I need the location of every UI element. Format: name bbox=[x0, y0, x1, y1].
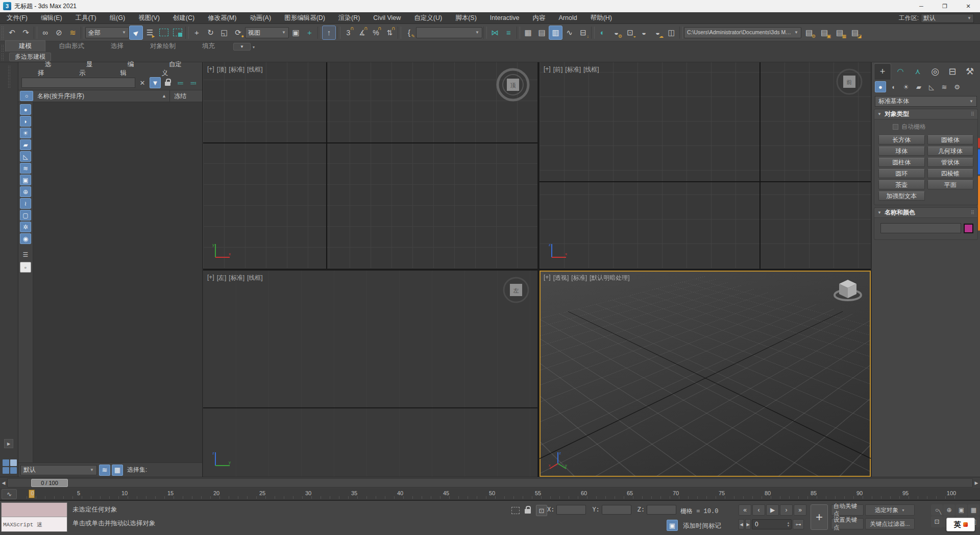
viewcube-left[interactable]: 左 bbox=[501, 275, 531, 305]
expand-tree-icon[interactable]: ≔ bbox=[175, 77, 186, 88]
explorer-menu-item[interactable]: 自定义 bbox=[155, 60, 202, 78]
z-field[interactable] bbox=[647, 505, 676, 515]
layer-explorer-toggle-icon[interactable]: ▤ bbox=[535, 26, 549, 40]
render-cloud-icon[interactable]: ◒☁ bbox=[651, 26, 665, 40]
subtab-shapes-icon[interactable]: ◖ bbox=[888, 81, 899, 92]
frame-spinner[interactable]: ▲▼ bbox=[786, 521, 791, 527]
autogrid-checkbox[interactable] bbox=[893, 124, 898, 130]
scene-explorer-dock-icon[interactable] bbox=[3, 459, 17, 474]
menu-item[interactable]: 图形编辑器(D) bbox=[278, 12, 332, 23]
auto-key-button[interactable]: 自动关键点 bbox=[831, 504, 864, 516]
primitive-button[interactable]: 圆锥体 bbox=[927, 135, 974, 144]
curve-editor-icon[interactable]: ∿ bbox=[562, 26, 576, 40]
bind-spacewarp-icon[interactable]: ≋ bbox=[66, 26, 80, 40]
goto-start-button[interactable]: « bbox=[739, 504, 751, 516]
menu-item[interactable]: 编辑(E) bbox=[34, 12, 69, 23]
viewport-label-part[interactable]: [线框] bbox=[247, 274, 263, 282]
time-slider-handle[interactable]: 0 / 100 bbox=[31, 479, 68, 487]
schematic-view-icon[interactable]: ⊟↓ bbox=[576, 26, 590, 40]
mirror-icon[interactable]: ⋈ bbox=[488, 26, 502, 40]
use-pivot-center-icon[interactable]: ▣ bbox=[289, 26, 303, 40]
zoom-region-icon[interactable]: ⊡ bbox=[931, 516, 943, 527]
name-column-header[interactable]: 名称(按升序排序) bbox=[33, 92, 162, 101]
menu-item[interactable]: 修改器(M) bbox=[201, 12, 243, 23]
snap-percent-icon[interactable]: %∪ bbox=[369, 26, 383, 40]
scene-explorer-toggle-icon[interactable]: ▦ bbox=[521, 26, 535, 40]
maximize-button[interactable]: ❐ bbox=[933, 0, 957, 12]
snap-angle-icon[interactable]: ∡∪ bbox=[355, 26, 369, 40]
undo-icon[interactable]: ↶ bbox=[5, 26, 19, 40]
render-production-icon[interactable]: ◒ bbox=[637, 26, 651, 40]
subtab-helpers-icon[interactable]: ◺ bbox=[926, 81, 937, 92]
collapse-tree-icon[interactable]: ≕ bbox=[188, 77, 199, 88]
key-filters-button[interactable]: 关键点过滤器... bbox=[865, 518, 915, 529]
poly-modeling-button[interactable]: 多边形建模 bbox=[9, 53, 51, 61]
viewport-label-part[interactable]: [标准] bbox=[565, 65, 581, 74]
material-column-icon[interactable]: ▫ bbox=[20, 262, 31, 273]
viewport-label-part[interactable]: [+] bbox=[544, 274, 551, 282]
explorer-preset-dropdown[interactable]: 默认▼ bbox=[20, 465, 97, 475]
snap-3d-icon[interactable]: 3∪ bbox=[341, 26, 355, 40]
render-presets-icon[interactable]: ◫ bbox=[665, 26, 678, 40]
viewport-label-part[interactable]: [标准] bbox=[571, 274, 587, 282]
tab-hierarchy[interactable]: ⋏ bbox=[910, 63, 926, 80]
filter-bones-icon[interactable]: ≀ bbox=[20, 198, 31, 209]
menu-item[interactable]: 内容 bbox=[526, 12, 552, 23]
ribbon-tab[interactable]: 填充 bbox=[189, 41, 228, 52]
tab-create[interactable]: + bbox=[874, 63, 891, 80]
goto-end-button[interactable]: » bbox=[794, 504, 806, 516]
ribbon-tab[interactable]: 建模 bbox=[5, 40, 45, 52]
viewport-label-part[interactable]: [标准] bbox=[229, 274, 244, 282]
primitive-button[interactable]: 几何球体 bbox=[927, 147, 974, 156]
filter-frozen-icon[interactable]: ✲ bbox=[20, 222, 31, 232]
selection-lock-icon[interactable] bbox=[523, 505, 534, 516]
ribbon-tab[interactable]: 自由形式 bbox=[45, 41, 97, 52]
viewport-label-part[interactable]: [透视] bbox=[553, 274, 569, 282]
viewport-perspective-active[interactable]: [+][透视][标准][默认明暗处理] z x y bbox=[540, 271, 871, 477]
sort-ascending-icon[interactable]: ▲ bbox=[162, 93, 169, 99]
rect-selection-region-icon[interactable] bbox=[157, 26, 170, 40]
viewport-label-part[interactable]: [顶] bbox=[217, 65, 227, 74]
next-frame-button[interactable]: › bbox=[780, 504, 793, 516]
ref-coord-dropdown[interactable]: 视图▼ bbox=[245, 27, 289, 38]
asset-tool-icon-3[interactable]: ▤▦ bbox=[832, 26, 847, 40]
menu-item[interactable]: 文件(F) bbox=[0, 12, 34, 23]
filter-geometry-icon[interactable]: ● bbox=[20, 104, 31, 115]
viewport-label-part[interactable]: [+] bbox=[207, 274, 214, 282]
primitive-button[interactable]: 茶壶 bbox=[878, 180, 925, 189]
select-scale-icon[interactable]: ◱ bbox=[217, 26, 231, 40]
viewport-label-part[interactable]: [左] bbox=[217, 274, 227, 282]
keyboard-override-icon[interactable]: ↑ bbox=[322, 26, 336, 40]
menu-item[interactable]: 渲染(R) bbox=[332, 12, 366, 23]
filter-shapes-icon[interactable]: ◗ bbox=[20, 116, 31, 127]
object-color-swatch[interactable] bbox=[964, 224, 973, 233]
close-button[interactable]: ✕ bbox=[957, 0, 980, 12]
filter-containers-icon[interactable]: ▢ bbox=[20, 210, 31, 221]
filter-lights-icon[interactable]: ☀ bbox=[20, 128, 31, 138]
zoom-extents-all-icon[interactable]: ▦ bbox=[968, 504, 979, 516]
rollout-header[interactable]: ▼ 名称和颜色 ⠿ bbox=[874, 208, 977, 218]
viewport-label-part[interactable]: [+] bbox=[544, 65, 551, 74]
grid-view-icon[interactable]: ▦ bbox=[112, 465, 123, 476]
listener-macro-row[interactable] bbox=[2, 503, 67, 517]
select-place-icon[interactable]: ⟳● bbox=[231, 26, 245, 40]
filter-xrefs-icon[interactable]: ⊕ bbox=[20, 186, 31, 197]
track-bar[interactable]: ∿ 05101520253035404550556065707580859095… bbox=[0, 488, 980, 501]
material-editor-icon[interactable]: ◐ bbox=[596, 26, 609, 40]
subtab-cameras-icon[interactable]: ▰ bbox=[913, 81, 924, 92]
dock-grip[interactable] bbox=[8, 65, 10, 89]
tab-utilities[interactable]: ⚒ bbox=[962, 63, 978, 80]
toolbar-grip[interactable] bbox=[1, 26, 4, 39]
selection-region-icon[interactable] bbox=[511, 507, 520, 514]
menu-item[interactable]: 创建(C) bbox=[166, 12, 201, 23]
play-button[interactable]: ▶ bbox=[766, 504, 779, 516]
subtab-lights-icon[interactable]: ☀ bbox=[900, 81, 912, 92]
expand-panel-button[interactable]: ▶ bbox=[4, 439, 13, 448]
lock-icon[interactable] bbox=[162, 77, 174, 88]
primitive-button[interactable]: 四棱锥 bbox=[927, 169, 974, 178]
prev-frame-button[interactable]: ‹ bbox=[752, 504, 765, 516]
select-by-name-icon[interactable]: ☰► bbox=[143, 26, 157, 40]
menu-item[interactable]: 自定义(U) bbox=[407, 12, 449, 23]
x-field[interactable] bbox=[556, 505, 586, 515]
project-path-dropdown[interactable]: C:\Users\Administrator\Documents\3ds Max… bbox=[684, 27, 801, 38]
